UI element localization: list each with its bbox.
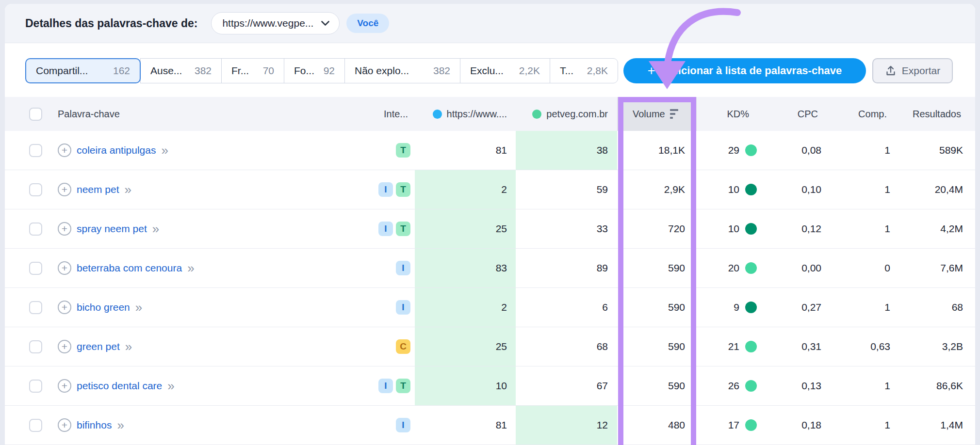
- export-button[interactable]: Exportar: [872, 58, 953, 83]
- comp-cell: 0,63: [827, 327, 895, 366]
- tab-label: T...: [560, 65, 573, 77]
- tab-noexplo[interactable]: Não explo...382: [344, 58, 460, 83]
- keyword-link[interactable]: petisco dental care: [77, 380, 162, 392]
- row-checkbox[interactable]: [29, 262, 42, 275]
- keyword-gap-page: Detalhes das palavras-chave de: https://…: [0, 0, 980, 445]
- results-cell: 20,4M: [895, 170, 968, 209]
- site1-position-cell: 2: [415, 288, 516, 327]
- site2-position-cell: 12: [516, 406, 617, 445]
- comp-cell: 1: [827, 366, 895, 405]
- keyword-cell: +bifinhos»: [53, 406, 349, 445]
- double-chevron-icon[interactable]: »: [187, 262, 194, 274]
- header-cpc[interactable]: CPC: [762, 97, 827, 131]
- keyword-cell: +coleira antipulgas»: [53, 131, 349, 170]
- row-checkbox[interactable]: [29, 301, 42, 314]
- comp-cell: 0: [827, 249, 895, 287]
- header-comp[interactable]: Comp.: [827, 97, 895, 131]
- tab-t[interactable]: T...2,8K: [550, 58, 618, 83]
- keyword-link[interactable]: spray neem pet: [77, 223, 147, 235]
- row-checkbox-cell: [5, 170, 53, 209]
- intent-cell: I: [349, 288, 415, 327]
- plus-circle-icon[interactable]: +: [58, 418, 71, 432]
- row-checkbox[interactable]: [29, 340, 42, 353]
- add-to-keyword-list-button[interactable]: + Adicionar à lista de palavras-chave: [623, 58, 866, 83]
- keyword-link[interactable]: neem pet: [77, 184, 119, 195]
- plus-circle-icon[interactable]: +: [58, 183, 71, 196]
- header-site2[interactable]: petveg.com.br: [516, 97, 617, 131]
- table-row: +green pet»C2568590210,310,633,2B: [5, 327, 975, 366]
- double-chevron-icon[interactable]: »: [117, 419, 124, 431]
- kd-cell: 17: [697, 406, 762, 445]
- double-chevron-icon[interactable]: »: [135, 301, 142, 314]
- keyword-link[interactable]: bifinhos: [77, 419, 112, 431]
- keyword-link[interactable]: coleira antipulgas: [77, 144, 156, 156]
- tab-fo[interactable]: Fo...92: [284, 58, 345, 83]
- intent-cell: IT: [349, 209, 415, 248]
- plus-circle-icon[interactable]: +: [58, 222, 71, 236]
- header-volume[interactable]: Volume: [617, 97, 697, 131]
- kd-difficulty-dot: [745, 184, 757, 195]
- tab-count: 2,2K: [519, 65, 540, 77]
- results-cell: 589K: [895, 131, 968, 170]
- chevron-down-icon: [321, 21, 329, 26]
- site2-position-cell: 33: [516, 209, 617, 248]
- plus-circle-icon[interactable]: +: [58, 301, 71, 314]
- row-checkbox[interactable]: [29, 144, 42, 157]
- keyword-cell: +green pet»: [53, 327, 349, 366]
- tab-label: Ause...: [150, 65, 182, 77]
- keyword-link[interactable]: beterraba com cenoura: [77, 262, 182, 274]
- results-cell: 7,6M: [895, 249, 968, 287]
- header-intent[interactable]: Inte...: [349, 97, 415, 131]
- kd-difficulty-dot: [745, 144, 757, 156]
- table-row: +petisco dental care»IT1067590260,13186,…: [5, 366, 975, 406]
- domain-dropdown[interactable]: https://www.vegpe...: [211, 12, 340, 34]
- keyword-cell: +bicho green»: [53, 288, 349, 327]
- row-checkbox[interactable]: [29, 222, 42, 236]
- results-cell: 4,2M: [895, 209, 968, 248]
- double-chevron-icon[interactable]: »: [125, 340, 132, 353]
- row-checkbox[interactable]: [29, 419, 42, 432]
- domain-dropdown-value: https://www.vegpe...: [222, 17, 313, 29]
- table-row: +spray neem pet»IT2533720100,1214,2M: [5, 209, 975, 249]
- kd-value: 10: [728, 223, 739, 235]
- kd-cell: 9: [697, 288, 762, 327]
- cpc-cell: 0,12: [762, 209, 827, 248]
- page-title: Detalhes das palavras-chave de:: [25, 17, 197, 30]
- row-checkbox-cell: [5, 209, 53, 248]
- tab-compartil[interactable]: Compartil...162: [25, 58, 141, 83]
- intent-cell: I: [349, 406, 415, 445]
- results-cell: 86,6K: [895, 366, 968, 405]
- kd-difficulty-dot: [745, 380, 757, 392]
- double-chevron-icon[interactable]: »: [161, 144, 168, 157]
- kd-cell: 10: [697, 170, 762, 209]
- double-chevron-icon[interactable]: »: [125, 183, 131, 196]
- header-site1[interactable]: https://www....: [415, 97, 516, 131]
- header-kd[interactable]: KD%: [697, 97, 762, 131]
- tab-exclu[interactable]: Exclu...2,2K: [460, 58, 550, 83]
- double-chevron-icon[interactable]: »: [152, 222, 159, 235]
- tab-count: 382: [195, 65, 212, 77]
- select-all-checkbox[interactable]: [29, 108, 42, 121]
- keyword-link[interactable]: green pet: [77, 341, 120, 352]
- header-checkbox-cell: [5, 97, 53, 131]
- tab-fr[interactable]: Fr...70: [221, 58, 284, 83]
- kd-cell: 26: [697, 366, 762, 405]
- volume-cell: 18,1K: [617, 131, 697, 170]
- cpc-cell: 0,08: [762, 131, 827, 170]
- row-checkbox[interactable]: [29, 183, 42, 196]
- volume-cell: 720: [617, 209, 697, 248]
- kd-difficulty-dot: [745, 341, 757, 352]
- cpc-cell: 0,13: [762, 366, 827, 405]
- row-checkbox[interactable]: [29, 380, 42, 393]
- intent-cell: IT: [349, 366, 415, 405]
- plus-circle-icon[interactable]: +: [58, 340, 71, 353]
- plus-circle-icon[interactable]: +: [58, 261, 71, 275]
- keyword-link[interactable]: bicho green: [77, 302, 130, 313]
- header-results[interactable]: Resultados: [895, 97, 968, 131]
- header-keyword[interactable]: Palavra-chave: [53, 97, 349, 131]
- plus-circle-icon[interactable]: +: [58, 379, 71, 393]
- plus-circle-icon[interactable]: +: [58, 143, 71, 157]
- tab-ause[interactable]: Ause...382: [140, 58, 222, 83]
- comp-cell: 1: [827, 131, 895, 170]
- double-chevron-icon[interactable]: »: [167, 380, 174, 392]
